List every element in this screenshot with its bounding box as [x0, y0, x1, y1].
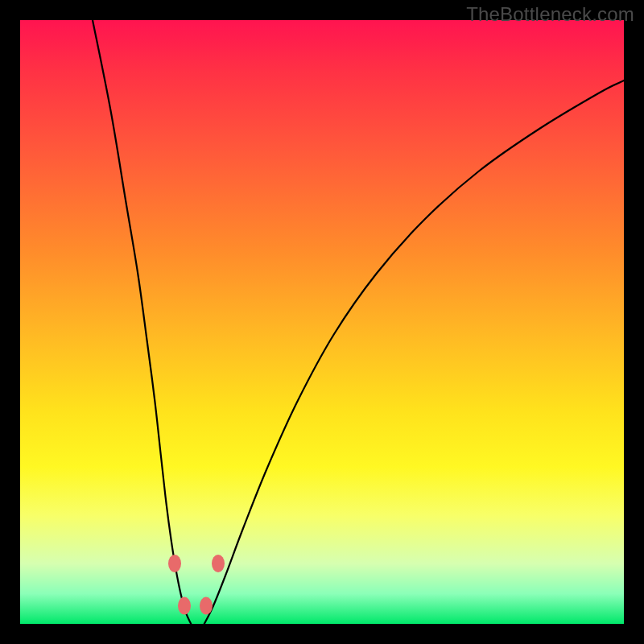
plot-svg: [20, 20, 624, 624]
curve-left-branch: [93, 20, 191, 624]
curve-right-branch: [204, 80, 624, 624]
right-lower-dot: [200, 597, 213, 615]
left-lower-dot: [178, 597, 191, 615]
plot-area: [20, 20, 624, 624]
left-upper-dot: [168, 555, 181, 572]
right-upper-dot: [212, 555, 225, 572]
marker-dots-group: [168, 555, 225, 615]
watermark-text: TheBottleneck.com: [466, 3, 634, 26]
chart-frame: TheBottleneck.com: [0, 0, 644, 644]
